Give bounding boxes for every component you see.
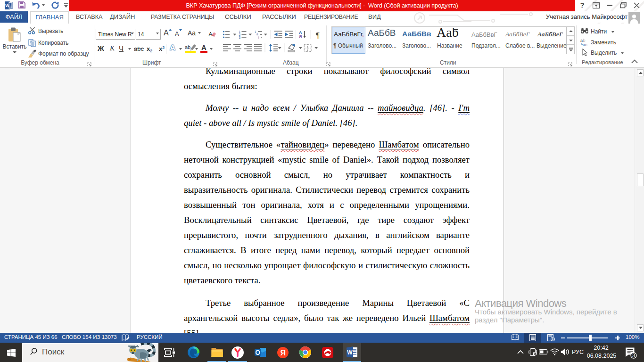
svg-text:A: A: [209, 31, 213, 37]
svg-text:ab: ab: [185, 44, 190, 50]
svg-text:W: W: [5, 3, 9, 8]
svg-text:i: i: [258, 36, 259, 39]
svg-text:Я: Я: [280, 349, 286, 357]
svg-text:3: 3: [239, 35, 241, 39]
svg-text:3: 3: [632, 353, 635, 358]
svg-text:a: a: [256, 33, 258, 36]
svg-text:W: W: [347, 349, 353, 356]
svg-text:ac: ac: [583, 42, 587, 47]
svg-text:¶: ¶: [316, 31, 320, 39]
svg-text:Я: Я: [299, 34, 302, 39]
